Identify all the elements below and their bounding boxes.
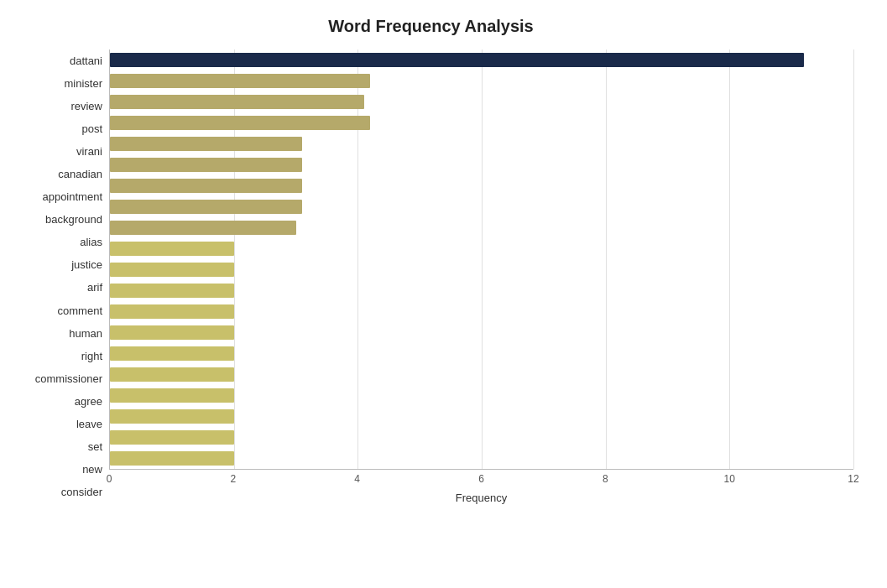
bar-row <box>110 322 853 343</box>
bar <box>110 95 364 110</box>
bar <box>110 325 234 341</box>
y-axis-label: appointment <box>42 187 102 207</box>
bar <box>110 304 234 320</box>
y-axis-label: dattani <box>70 51 102 71</box>
bar <box>110 179 302 194</box>
y-axis-label: alias <box>80 232 102 252</box>
y-axis-label: new <box>82 459 102 479</box>
chart-title: Word Frequency Analysis <box>8 17 853 36</box>
bar <box>110 137 302 152</box>
bar-row <box>110 91 853 112</box>
bar-row <box>110 175 853 196</box>
y-axis-label: post <box>81 119 102 139</box>
x-tick-label: 2 <box>230 473 236 485</box>
bar <box>110 430 234 445</box>
bar <box>110 116 370 131</box>
bar <box>110 388 234 403</box>
y-axis-label: comment <box>58 300 102 320</box>
y-axis-label: canadian <box>58 164 102 185</box>
bar-row <box>110 448 853 469</box>
bar-row <box>110 217 853 238</box>
bar <box>110 263 234 278</box>
bar-row <box>110 196 853 217</box>
y-axis-label: leave <box>76 414 102 434</box>
x-axis-title: Frequency <box>109 492 853 504</box>
bar-row <box>110 112 853 133</box>
x-tick-label: 12 <box>848 473 858 485</box>
y-axis-label: human <box>69 323 102 343</box>
bar-row <box>110 70 853 91</box>
bar <box>110 74 370 89</box>
bar-row <box>110 49 853 70</box>
bar-row <box>110 280 853 301</box>
bar-row <box>110 133 853 154</box>
y-axis-label: background <box>45 210 102 230</box>
bar-row <box>110 238 853 259</box>
bar-row <box>110 154 853 175</box>
bar-row <box>110 427 853 448</box>
bar <box>110 367 234 382</box>
bar <box>110 284 234 299</box>
y-axis-label: justice <box>71 255 102 275</box>
bar <box>110 53 804 68</box>
bar-row <box>110 385 853 406</box>
bar-row <box>110 406 853 427</box>
y-axis-label: set <box>88 436 102 456</box>
bar-row <box>110 364 853 385</box>
grid-line <box>853 49 854 469</box>
bar <box>110 158 302 173</box>
y-axis-label: right <box>81 346 102 366</box>
bar <box>110 409 234 424</box>
x-tick-label: 10 <box>723 473 734 485</box>
bar <box>110 346 234 362</box>
bar-row <box>110 343 853 364</box>
bar <box>110 221 296 236</box>
x-tick-label: 8 <box>603 473 608 485</box>
y-axis-label: review <box>70 96 102 117</box>
x-tick-label: 6 <box>478 473 484 485</box>
y-axis: dattaniministerreviewpostviranicanadiana… <box>8 49 109 503</box>
bar <box>110 451 234 466</box>
y-axis-label: consider <box>61 481 102 502</box>
bar <box>110 242 234 257</box>
chart-container: Word Frequency Analysis dattaniministerr… <box>0 0 887 588</box>
y-axis-label: minister <box>64 74 102 94</box>
y-axis-label: agree <box>75 391 102 411</box>
y-axis-label: commissioner <box>35 368 102 388</box>
bar-row <box>110 301 853 322</box>
bar <box>110 200 302 215</box>
y-axis-label: virani <box>76 142 102 162</box>
x-tick-label: 4 <box>354 473 360 485</box>
bar-row <box>110 259 853 280</box>
x-tick-label: 0 <box>107 473 112 485</box>
y-axis-label: arif <box>87 278 102 298</box>
